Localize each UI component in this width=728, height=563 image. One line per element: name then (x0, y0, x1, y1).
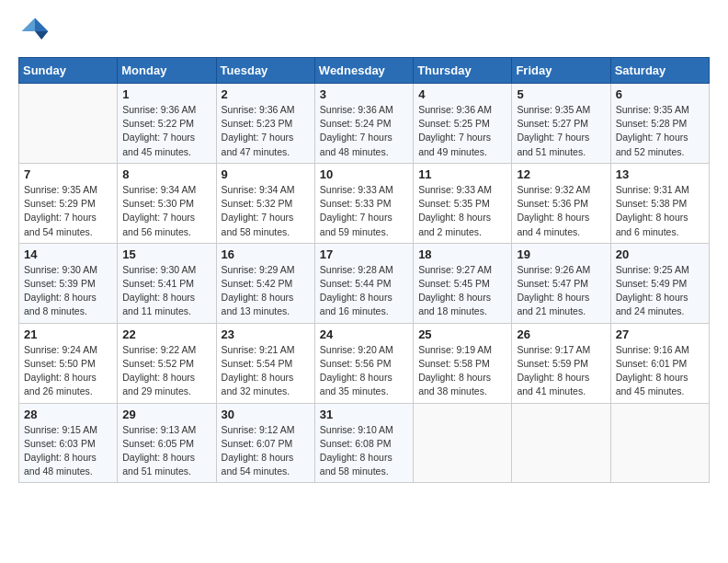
calendar-cell: 16Sunrise: 9:29 AMSunset: 5:42 PMDayligh… (216, 243, 314, 323)
calendar-cell: 22Sunrise: 9:22 AMSunset: 5:52 PMDayligh… (118, 323, 216, 403)
calendar-cell: 26Sunrise: 9:17 AMSunset: 5:59 PMDayligh… (512, 323, 610, 403)
calendar-cell: 28Sunrise: 9:15 AMSunset: 6:03 PMDayligh… (19, 403, 118, 483)
calendar-cell: 21Sunrise: 9:24 AMSunset: 5:50 PMDayligh… (19, 323, 118, 403)
day-number: 4 (418, 87, 506, 101)
day-info: Sunrise: 9:20 AMSunset: 5:56 PMDaylight:… (320, 343, 408, 399)
calendar-cell: 25Sunrise: 9:19 AMSunset: 5:58 PMDayligh… (414, 323, 512, 403)
calendar-cell: 24Sunrise: 9:20 AMSunset: 5:56 PMDayligh… (314, 323, 413, 403)
calendar-cell: 4Sunrise: 9:36 AMSunset: 5:25 PMDaylight… (414, 84, 512, 164)
weekday-header-thursday: Thursday (414, 58, 512, 84)
day-number: 5 (517, 87, 605, 101)
calendar-cell: 14Sunrise: 9:30 AMSunset: 5:39 PMDayligh… (19, 243, 118, 323)
calendar-cell: 27Sunrise: 9:16 AMSunset: 6:01 PMDayligh… (610, 323, 709, 403)
day-number: 25 (418, 327, 506, 341)
day-number: 12 (517, 167, 605, 181)
weekday-header-monday: Monday (118, 58, 216, 84)
day-info: Sunrise: 9:36 AMSunset: 5:25 PMDaylight:… (418, 103, 506, 159)
calendar-table: SundayMondayTuesdayWednesdayThursdayFrid… (18, 57, 710, 483)
calendar-cell: 5Sunrise: 9:35 AMSunset: 5:27 PMDaylight… (512, 84, 610, 164)
weekday-header-row: SundayMondayTuesdayWednesdayThursdayFrid… (19, 58, 710, 84)
day-info: Sunrise: 9:29 AMSunset: 5:42 PMDaylight:… (222, 263, 310, 319)
calendar-cell: 31Sunrise: 9:10 AMSunset: 6:08 PMDayligh… (314, 403, 413, 483)
day-number: 18 (418, 247, 506, 261)
day-info: Sunrise: 9:26 AMSunset: 5:47 PMDaylight:… (517, 263, 605, 319)
calendar-cell: 20Sunrise: 9:25 AMSunset: 5:49 PMDayligh… (610, 243, 709, 323)
day-number: 7 (24, 167, 112, 181)
day-info: Sunrise: 9:27 AMSunset: 5:45 PMDaylight:… (418, 263, 506, 319)
calendar-cell: 18Sunrise: 9:27 AMSunset: 5:45 PMDayligh… (414, 243, 512, 323)
day-info: Sunrise: 9:16 AMSunset: 6:01 PMDaylight:… (616, 343, 704, 399)
calendar-cell: 9Sunrise: 9:34 AMSunset: 5:32 PMDaylight… (216, 163, 314, 243)
calendar-week-row: 7Sunrise: 9:35 AMSunset: 5:29 PMDaylight… (19, 163, 710, 243)
weekday-header-friday: Friday (512, 58, 610, 84)
day-number: 9 (222, 167, 310, 181)
day-number: 31 (320, 408, 408, 421)
weekday-header-saturday: Saturday (610, 58, 709, 84)
day-info: Sunrise: 9:12 AMSunset: 6:07 PMDaylight:… (222, 423, 310, 479)
svg-marker-0 (35, 18, 48, 31)
day-info: Sunrise: 9:25 AMSunset: 5:49 PMDaylight:… (616, 263, 704, 319)
day-number: 19 (517, 247, 605, 261)
day-number: 24 (320, 327, 408, 341)
calendar-week-row: 28Sunrise: 9:15 AMSunset: 6:03 PMDayligh… (19, 403, 710, 483)
day-info: Sunrise: 9:19 AMSunset: 5:58 PMDaylight:… (418, 343, 506, 399)
day-number: 14 (24, 247, 112, 261)
day-number: 20 (616, 247, 704, 261)
calendar-cell (610, 403, 709, 483)
day-info: Sunrise: 9:36 AMSunset: 5:22 PMDaylight:… (122, 103, 210, 159)
day-info: Sunrise: 9:30 AMSunset: 5:39 PMDaylight:… (24, 263, 112, 319)
day-info: Sunrise: 9:32 AMSunset: 5:36 PMDaylight:… (517, 183, 605, 239)
day-info: Sunrise: 9:24 AMSunset: 5:50 PMDaylight:… (24, 343, 112, 399)
day-info: Sunrise: 9:34 AMSunset: 5:32 PMDaylight:… (222, 183, 310, 239)
day-number: 17 (320, 247, 408, 261)
calendar-cell (414, 403, 512, 483)
day-info: Sunrise: 9:35 AMSunset: 5:27 PMDaylight:… (517, 103, 605, 159)
svg-marker-2 (22, 18, 35, 31)
day-number: 3 (320, 87, 408, 101)
calendar-cell: 23Sunrise: 9:21 AMSunset: 5:54 PMDayligh… (216, 323, 314, 403)
day-info: Sunrise: 9:33 AMSunset: 5:35 PMDaylight:… (418, 183, 506, 239)
day-number: 10 (320, 167, 408, 181)
calendar-cell: 3Sunrise: 9:36 AMSunset: 5:24 PMDaylight… (314, 84, 413, 164)
calendar-cell: 11Sunrise: 9:33 AMSunset: 5:35 PMDayligh… (414, 163, 512, 243)
day-number: 6 (616, 87, 704, 101)
day-info: Sunrise: 9:36 AMSunset: 5:23 PMDaylight:… (222, 103, 310, 159)
day-number: 8 (122, 167, 210, 181)
day-info: Sunrise: 9:35 AMSunset: 5:28 PMDaylight:… (616, 103, 704, 159)
logo (18, 15, 57, 48)
calendar-cell: 12Sunrise: 9:32 AMSunset: 5:36 PMDayligh… (512, 163, 610, 243)
day-info: Sunrise: 9:34 AMSunset: 5:30 PMDaylight:… (122, 183, 210, 239)
calendar-cell: 6Sunrise: 9:35 AMSunset: 5:28 PMDaylight… (610, 84, 709, 164)
calendar-cell: 30Sunrise: 9:12 AMSunset: 6:07 PMDayligh… (216, 403, 314, 483)
logo-icon (18, 15, 51, 48)
day-number: 30 (222, 408, 310, 421)
day-number: 28 (24, 408, 112, 421)
calendar-cell (19, 84, 118, 164)
calendar-week-row: 1Sunrise: 9:36 AMSunset: 5:22 PMDaylight… (19, 84, 710, 164)
calendar-week-row: 21Sunrise: 9:24 AMSunset: 5:50 PMDayligh… (19, 323, 710, 403)
svg-marker-1 (35, 31, 48, 40)
day-info: Sunrise: 9:30 AMSunset: 5:41 PMDaylight:… (122, 263, 210, 319)
day-number: 16 (222, 247, 310, 261)
day-number: 22 (122, 327, 210, 341)
day-info: Sunrise: 9:31 AMSunset: 5:38 PMDaylight:… (616, 183, 704, 239)
calendar-cell: 1Sunrise: 9:36 AMSunset: 5:22 PMDaylight… (118, 84, 216, 164)
day-number: 2 (222, 87, 310, 101)
day-info: Sunrise: 9:36 AMSunset: 5:24 PMDaylight:… (320, 103, 408, 159)
calendar-cell: 8Sunrise: 9:34 AMSunset: 5:30 PMDaylight… (118, 163, 216, 243)
day-number: 13 (616, 167, 704, 181)
calendar-cell: 7Sunrise: 9:35 AMSunset: 5:29 PMDaylight… (19, 163, 118, 243)
day-info: Sunrise: 9:33 AMSunset: 5:33 PMDaylight:… (320, 183, 408, 239)
day-info: Sunrise: 9:35 AMSunset: 5:29 PMDaylight:… (24, 183, 112, 239)
day-number: 1 (122, 87, 210, 101)
calendar-cell: 13Sunrise: 9:31 AMSunset: 5:38 PMDayligh… (610, 163, 709, 243)
calendar-week-row: 14Sunrise: 9:30 AMSunset: 5:39 PMDayligh… (19, 243, 710, 323)
day-number: 21 (24, 327, 112, 341)
day-number: 29 (122, 408, 210, 421)
weekday-header-wednesday: Wednesday (314, 58, 413, 84)
day-info: Sunrise: 9:17 AMSunset: 5:59 PMDaylight:… (517, 343, 605, 399)
day-number: 11 (418, 167, 506, 181)
weekday-header-tuesday: Tuesday (216, 58, 314, 84)
day-number: 23 (222, 327, 310, 341)
calendar-cell: 29Sunrise: 9:13 AMSunset: 6:05 PMDayligh… (118, 403, 216, 483)
